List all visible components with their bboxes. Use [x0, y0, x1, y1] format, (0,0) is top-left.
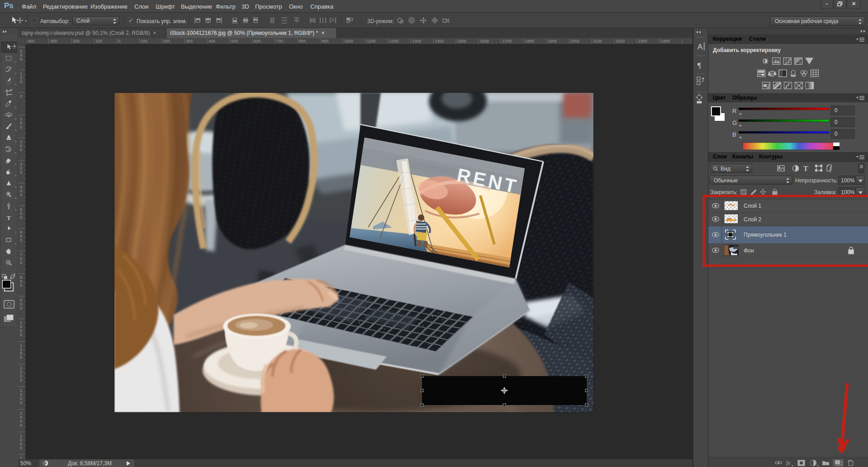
svg-text:fx: fx — [786, 459, 791, 466]
svg-text:Слой 2: Слой 2 — [744, 216, 762, 223]
svg-text:600: 600 — [254, 39, 261, 43]
svg-text:T: T — [803, 165, 808, 172]
svg-text:1700: 1700 — [503, 39, 512, 43]
svg-text:0: 0 — [20, 125, 22, 129]
svg-text:0: 0 — [20, 446, 22, 450]
svg-text:1300: 1300 — [412, 39, 421, 43]
svg-text:800: 800 — [299, 39, 306, 43]
svg-text:0: 0 — [835, 119, 838, 125]
svg-text:0: 0 — [118, 39, 120, 43]
svg-text:1200: 1200 — [389, 39, 398, 43]
svg-text:2200: 2200 — [616, 39, 625, 43]
svg-text:0: 0 — [20, 193, 22, 197]
svg-text:2000: 2000 — [570, 39, 579, 43]
svg-text:100: 100 — [141, 39, 147, 43]
svg-text:0: 0 — [20, 170, 22, 175]
svg-text:1900: 1900 — [548, 39, 557, 43]
svg-text:0: 0 — [20, 283, 22, 288]
svg-text:0: 0 — [20, 400, 22, 405]
svg-text:200: 200 — [73, 39, 80, 43]
svg-text:0: 0 — [20, 423, 22, 428]
svg-text:0: 0 — [20, 378, 22, 382]
svg-text:Прямоугольник 1: Прямоугольник 1 — [744, 232, 787, 238]
svg-text:400: 400 — [28, 39, 34, 43]
svg-text:0: 0 — [20, 238, 22, 243]
svg-text:0: 0 — [20, 148, 22, 152]
svg-text:R: R — [732, 108, 736, 114]
svg-text:1400: 1400 — [435, 39, 444, 43]
svg-text:1600: 1600 — [480, 39, 489, 43]
svg-text:300: 300 — [50, 39, 57, 43]
svg-text:Слой 1: Слой 1 — [744, 203, 762, 209]
svg-text:2400: 2400 — [661, 39, 670, 43]
svg-text:0: 0 — [20, 94, 22, 99]
svg-text:200: 200 — [163, 39, 170, 43]
svg-text:900: 900 — [322, 39, 328, 43]
svg-text:T: T — [7, 214, 11, 221]
svg-text:B: B — [732, 131, 736, 138]
svg-text:0: 0 — [20, 80, 22, 84]
svg-text:Фон: Фон — [744, 248, 754, 254]
svg-text:2100: 2100 — [593, 39, 602, 43]
svg-text:300: 300 — [186, 39, 193, 43]
svg-text:2300: 2300 — [638, 39, 647, 43]
svg-text:1000: 1000 — [344, 39, 353, 43]
svg-text:G: G — [732, 119, 737, 126]
svg-text:700: 700 — [276, 39, 283, 43]
svg-text:100: 100 — [95, 39, 102, 43]
svg-text:1100: 1100 — [367, 39, 375, 43]
svg-text:A: A — [697, 43, 703, 51]
svg-text:1800: 1800 — [525, 39, 534, 43]
svg-text:0: 0 — [20, 215, 22, 220]
svg-text:1500: 1500 — [457, 39, 466, 43]
svg-text:1: 1 — [20, 456, 22, 459]
svg-text:0: 0 — [20, 261, 22, 265]
svg-text:0: 0 — [835, 131, 838, 137]
svg-text:500: 500 — [231, 39, 238, 43]
svg-text:0: 0 — [20, 306, 22, 310]
svg-text:0: 0 — [835, 107, 838, 114]
svg-text:¶: ¶ — [697, 61, 701, 70]
svg-text:0: 0 — [20, 355, 22, 360]
svg-text:0: 0 — [20, 57, 22, 62]
svg-text:0: 0 — [20, 333, 22, 337]
svg-text:400: 400 — [209, 39, 215, 43]
